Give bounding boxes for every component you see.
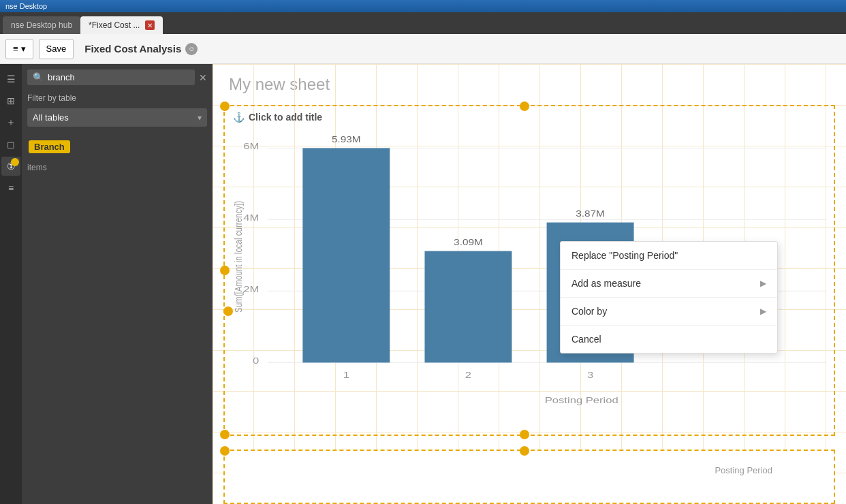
bar-1 [302, 148, 390, 362]
svg-text:1: 1 [343, 370, 349, 380]
svg-text:3: 3 [587, 370, 593, 380]
svg-text:4M: 4M [243, 212, 259, 223]
bar-2 [424, 251, 512, 363]
search-input[interactable] [48, 72, 189, 82]
tab-close-icon[interactable]: ✕ [145, 20, 155, 30]
context-menu-color-by[interactable]: Color by ▶ [561, 298, 777, 326]
sidebar-nav-icon-3[interactable]: ＋ [1, 113, 20, 132]
app-title: Fixed Cost Analysis ☺ [84, 43, 198, 55]
sidebar-nav-icon-1[interactable]: ☰ [1, 69, 20, 89]
save-button[interactable]: Save [39, 39, 74, 59]
svg-text:Posting Period: Posting Period [545, 395, 618, 405]
svg-text:2: 2 [465, 370, 471, 380]
search-close-icon[interactable]: ✕ [199, 72, 207, 83]
sidebar-nav-icon-2[interactable]: ⊞ [1, 91, 20, 110]
main-layout: ☰ ⊞ ＋ ◻ ① ≡ 🔍 ✕ Filter by table All tabl… [0, 64, 846, 504]
context-menu-add-measure-label: Add as measure [571, 278, 641, 289]
grid-icon: ≡ [13, 44, 18, 54]
tab-fixed-cost-label: *Fixed Cost ... [89, 20, 140, 30]
grid-arrow-icon: ▾ [21, 44, 26, 54]
canvas-area[interactable]: My new sheet ⚓ Click to add title 6M 4M … [213, 64, 846, 504]
chart-title-anchor-icon: ⚓ [233, 112, 245, 123]
filter-value: All tables [33, 112, 69, 123]
resize-handle-tr[interactable] [520, 101, 529, 111]
left-handle-area [223, 306, 233, 316]
grid-button[interactable]: ≡ ▾ [5, 39, 33, 59]
resize-handle-bl[interactable] [220, 430, 230, 439]
context-menu-cancel[interactable]: Cancel [561, 326, 777, 353]
save-label: Save [46, 44, 67, 54]
color-by-arrow-icon: ▶ [760, 306, 766, 316]
svg-text:3.09M: 3.09M [454, 238, 483, 247]
sidebar-nav-fields[interactable]: ≡ [1, 178, 20, 198]
svg-text:2M: 2M [243, 284, 259, 294]
chart-title-bar[interactable]: ⚓ Click to add title [225, 106, 834, 128]
tab-bar: nse Desktop hub *Fixed Cost ... ✕ [0, 12, 846, 34]
notification-badge [11, 158, 19, 166]
tab-hub-label: nse Desktop hub [11, 20, 72, 30]
left-handle-mid[interactable] [223, 306, 233, 316]
context-menu-replace[interactable]: Replace "Posting Period" [561, 242, 777, 270]
sidebar-nav-objects[interactable]: ◻ [1, 135, 20, 154]
context-menu-add-measure[interactable]: Add as measure ▶ [561, 270, 777, 298]
svg-text:6M: 6M [243, 141, 259, 151]
svg-text:3.87M: 3.87M [576, 209, 605, 219]
bottom-strip: Posting Period [223, 450, 835, 504]
filter-label: Filter by table [22, 91, 213, 106]
title-bar: nse Desktop [0, 0, 846, 12]
context-menu-replace-label: Replace "Posting Period" [571, 250, 678, 261]
add-measure-arrow-icon: ▶ [760, 279, 766, 288]
search-icon: 🔍 [33, 72, 44, 82]
svg-text:5.93M: 5.93M [332, 134, 361, 144]
svg-text:Sum([Amount in local currency]: Sum([Amount in local currency]) [233, 201, 244, 313]
context-menu-color-by-label: Color by [571, 306, 607, 317]
bottom-strip-handle-tr[interactable] [520, 446, 529, 456]
items-section-label: items [22, 160, 213, 175]
app-title-text: Fixed Cost Analysis [84, 43, 181, 54]
tab-fixed-cost[interactable]: *Fixed Cost ... ✕ [80, 16, 163, 34]
toolbar: ≡ ▾ Save Fixed Cost Analysis ☺ [0, 34, 846, 64]
chart-title-text: Click to add title [249, 112, 322, 123]
tab-hub[interactable]: nse Desktop hub [3, 16, 80, 34]
resize-handle-ml[interactable] [220, 266, 230, 275]
search-input-wrapper: 🔍 [27, 69, 195, 85]
sidebar-narrow: ☰ ⊞ ＋ ◻ ① ≡ [0, 64, 22, 504]
sidebar-wide: 🔍 ✕ Filter by table All tables ▾ Branch … [22, 64, 213, 504]
sidebar-nav-badge[interactable]: ① [1, 157, 20, 176]
posting-period-label: Posting Period [715, 465, 772, 475]
resize-handle-tl[interactable] [220, 101, 230, 111]
bottom-strip-handle-tl[interactable] [220, 446, 230, 456]
resize-handle-bm[interactable] [520, 430, 529, 439]
sheet-title: My new sheet [213, 64, 846, 99]
app-settings-icon[interactable]: ☺ [185, 43, 198, 55]
search-bar: 🔍 ✕ [22, 64, 213, 91]
context-menu-cancel-label: Cancel [571, 334, 601, 345]
field-branch[interactable]: Branch [29, 140, 70, 153]
context-menu: Replace "Posting Period" Add as measure … [560, 241, 778, 353]
svg-text:0: 0 [253, 356, 259, 366]
items-label: items [27, 163, 47, 172]
filter-dropdown[interactable]: All tables ▾ [27, 108, 207, 127]
title-bar-text: nse Desktop [5, 2, 47, 10]
dropdown-arrow-icon: ▾ [198, 113, 202, 123]
objects-section: Branch [22, 129, 213, 160]
